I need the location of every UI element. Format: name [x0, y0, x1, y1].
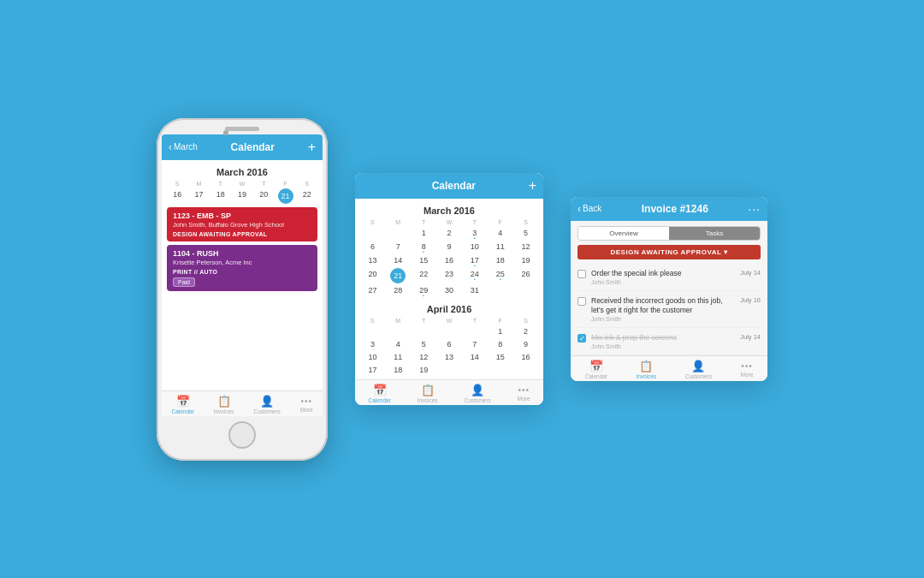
april-title-p2: April 2016: [360, 304, 538, 314]
task-date-2: July 16: [740, 296, 761, 304]
add-button[interactable]: +: [308, 140, 316, 155]
phone1-screen: ‹ March Calendar + March 2016 S M T W T …: [162, 134, 323, 416]
invoice-icon-p3: 📋: [639, 360, 653, 372]
calendar-icon: 📅: [176, 395, 190, 408]
cal-day[interactable]: 17: [188, 188, 209, 204]
nav-label: Calendar: [585, 373, 607, 379]
event-card-1123[interactable]: 1123 - EMB - SP John Smith, Buffalo Grov…: [167, 207, 317, 241]
phone3-screen: ‹ Back Invoice #1246 ··· Overview Tasks …: [571, 197, 767, 381]
nav-label: Customers: [464, 397, 490, 403]
task-body-3: Mix ink & prep the screens John Smith: [591, 333, 735, 349]
task-item-3: ✓ Mix ink & prep the screens John Smith …: [578, 328, 761, 355]
nav-customers-p2[interactable]: 👤 Customers: [464, 384, 490, 403]
nav-label: Calendar: [171, 408, 193, 414]
phone3-bottom-nav: 📅 Calendar 📋 Invoices 👤 Customers ••• Mo…: [571, 355, 767, 381]
phone1-title: Calendar: [231, 141, 275, 153]
day-headers-p1: S M T W T F S 16 17 18 19 20 21 22: [167, 180, 317, 204]
cal-day[interactable]: 19: [232, 188, 252, 204]
event-code: 1104 - RUSH: [173, 249, 311, 258]
april-grid-p2: S M T W T F S 1 2 3 4 5 6 7: [360, 317, 538, 376]
nav-invoices-p3[interactable]: 📋 Invoices: [636, 360, 656, 379]
day-header: M: [188, 180, 209, 188]
task-person-1: John Smith: [591, 279, 735, 285]
cal-day[interactable]: 22: [297, 188, 317, 204]
calendar-icon-p2: 📅: [373, 384, 387, 396]
march-title-p1: March 2016: [167, 167, 317, 177]
event-status: PRINT // AUTO: [173, 269, 311, 275]
task-person-2: John Smith: [591, 316, 735, 322]
more-options-button[interactable]: ···: [748, 202, 761, 216]
calendar-icon-p3: 📅: [589, 360, 603, 372]
nav-more[interactable]: ••• More: [300, 396, 313, 413]
back-label: March: [174, 142, 198, 152]
tab-overview[interactable]: Overview: [578, 227, 669, 240]
back-button[interactable]: ‹ March: [169, 141, 198, 153]
nav-label: Invoices: [214, 408, 234, 414]
nav-more-p3[interactable]: ••• More: [741, 361, 754, 378]
cal-day-today[interactable]: 21: [278, 188, 293, 204]
cal-day[interactable]: 16: [167, 188, 187, 204]
event-sub: Krisette Peterson, Acme Inc: [173, 259, 311, 266]
nav-customers[interactable]: 👤 Customers: [253, 395, 280, 414]
phone3-title: Invoice #1246: [642, 203, 708, 215]
cal-day[interactable]: 20: [253, 188, 274, 204]
phone1-header: ‹ March Calendar +: [162, 134, 323, 160]
task-date-3: July 14: [740, 333, 761, 341]
task-text-1: Order the special ink please: [591, 269, 735, 278]
day-header: T: [210, 180, 231, 188]
task-date-1: July 14: [740, 269, 761, 277]
nav-label: Invoices: [418, 397, 438, 403]
scene: ‹ March Calendar + March 2016 S M T W T …: [0, 0, 924, 578]
phone2-screen: Calendar + March 2016 S M T W T F S 1 2 …: [355, 173, 543, 405]
task-item-2: Received the incorrect goods on this job…: [578, 291, 761, 328]
nav-calendar-p3[interactable]: 📅 Calendar: [585, 360, 607, 379]
status-banner[interactable]: DESIGN AWAITING APPROVAL ▾: [578, 245, 761, 259]
cal-day[interactable]: 18: [210, 188, 231, 204]
nav-invoices-p2[interactable]: 📋 Invoices: [418, 384, 438, 403]
tab-tasks[interactable]: Tasks: [669, 227, 760, 240]
phone3-header: ‹ Back Invoice #1246 ···: [571, 197, 767, 221]
phone1-bottom-nav: 📅 Calendar 📋 Invoices 👤 Customers ••• Mo…: [162, 390, 323, 416]
task-person-3: John Smith: [591, 343, 735, 349]
add-button-p2[interactable]: +: [529, 178, 536, 194]
day-header: S: [167, 180, 187, 188]
more-icon-p3: •••: [741, 361, 753, 371]
invoice-icon-p2: 📋: [421, 384, 435, 396]
phone2-bottom-nav: 📅 Calendar 📋 Invoices 👤 Customers ••• Mo…: [355, 379, 543, 405]
paid-badge: Paid: [173, 277, 195, 287]
nav-invoices[interactable]: 📋 Invoices: [214, 395, 234, 414]
more-icon: •••: [300, 396, 312, 406]
speaker: [225, 127, 259, 131]
invoice-tabs: Overview Tasks: [578, 226, 761, 241]
task-checkbox-3[interactable]: ✓: [578, 334, 586, 343]
nav-calendar-p2[interactable]: 📅 Calendar: [368, 384, 390, 403]
event-card-1104[interactable]: 1104 - RUSH Krisette Peterson, Acme Inc …: [167, 245, 317, 291]
nav-label: Calendar: [368, 397, 390, 403]
task-body-2: Received the incorrect goods on this job…: [591, 296, 735, 322]
iphone-mockup: ‹ March Calendar + March 2016 S M T W T …: [157, 118, 328, 461]
nav-label: More: [300, 407, 313, 413]
chevron-left-icon-p3: ‹: [578, 203, 581, 215]
march-grid-p2: S M T W T F S 1 2 3 4 5 6 7 8 9 10: [360, 218, 538, 297]
nav-calendar[interactable]: 📅 Calendar: [171, 395, 193, 414]
task-item-1: Order the special ink please John Smith …: [578, 264, 761, 291]
nav-more-p2[interactable]: ••• More: [518, 385, 530, 402]
nav-label: Invoices: [636, 373, 656, 379]
phone1-calendar: March 2016 S M T W T F S 16 17 18 19 20 …: [162, 160, 323, 390]
task-checkbox-1[interactable]: [578, 270, 586, 278]
day-header: W: [232, 180, 252, 188]
customers-icon-p2: 👤: [471, 384, 484, 396]
phone2-title: Calendar: [432, 180, 476, 192]
nav-customers-p3[interactable]: 👤 Customers: [685, 360, 712, 379]
back-button-p3[interactable]: ‹ Back: [578, 203, 601, 215]
task-checkbox-2[interactable]: [578, 297, 586, 306]
phone2-calendar: March 2016 S M T W T F S 1 2 3 4 5 6 7: [355, 199, 543, 379]
day-header: F: [275, 180, 295, 188]
customers-icon: 👤: [260, 395, 274, 408]
task-list: Order the special ink please John Smith …: [571, 264, 767, 355]
event-sub: John Smith, Buffalo Grove High School: [173, 221, 311, 229]
cal-day-today-p2[interactable]: 21: [390, 268, 406, 283]
event-code: 1123 - EMB - SP: [173, 212, 311, 220]
home-button[interactable]: [228, 421, 256, 449]
back-label-p3: Back: [583, 204, 601, 213]
